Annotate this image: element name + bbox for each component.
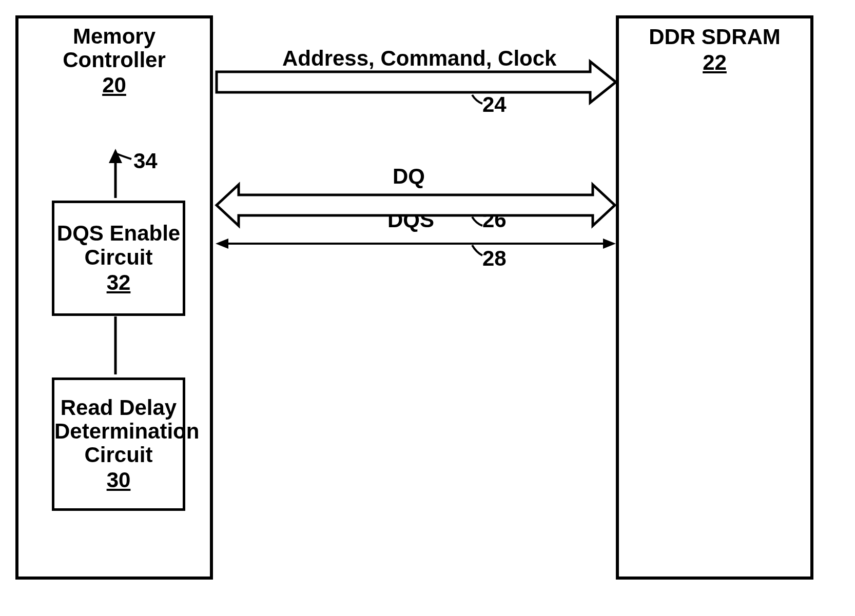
dq-label: DQ: [393, 164, 425, 189]
read-delay-title: Read Delay Determination Circuit: [54, 396, 183, 467]
rd-title-line3: Circuit: [84, 443, 152, 467]
mc-title-line2: Controller: [63, 48, 166, 72]
svg-marker-1: [216, 239, 228, 249]
dqs-arrow: [216, 239, 616, 249]
dqs-title-line2: Circuit: [84, 245, 152, 269]
svg-marker-2: [603, 239, 616, 249]
mc-title-line1: Memory: [73, 24, 156, 48]
memory-controller-block: Memory Controller 20 DQS Enable Circuit …: [15, 15, 213, 580]
ddr-sdram-title: DDR SDRAM: [619, 25, 810, 49]
ref-34: 34: [133, 149, 158, 173]
dqs-label: DQS: [387, 208, 434, 232]
memory-controller-title: Memory Controller: [18, 25, 210, 72]
diagram-container: Memory Controller 20 DQS Enable Circuit …: [0, 0, 855, 616]
read-delay-block: Read Delay Determination Circuit 30: [52, 377, 185, 511]
ddr-sdram-block: DDR SDRAM 22: [616, 15, 813, 580]
read-delay-number: 30: [54, 468, 183, 492]
memory-controller-number: 20: [18, 73, 210, 97]
rd-title-line2: Determination: [54, 419, 199, 443]
dqs-title-line1: DQS Enable: [57, 221, 180, 245]
ref-28: 28: [482, 246, 507, 271]
ddr-sdram-number: 22: [619, 50, 810, 75]
ref-26: 26: [482, 208, 507, 232]
dqs-enable-title: DQS Enable Circuit: [54, 222, 183, 269]
dqs-enable-number: 32: [54, 270, 183, 295]
address-command-clock-label: Address, Command, Clock: [282, 46, 556, 71]
dqs-enable-block: DQS Enable Circuit 32: [52, 201, 185, 316]
ref-24: 24: [482, 92, 507, 117]
rd-title-line1: Read Delay: [61, 395, 177, 420]
